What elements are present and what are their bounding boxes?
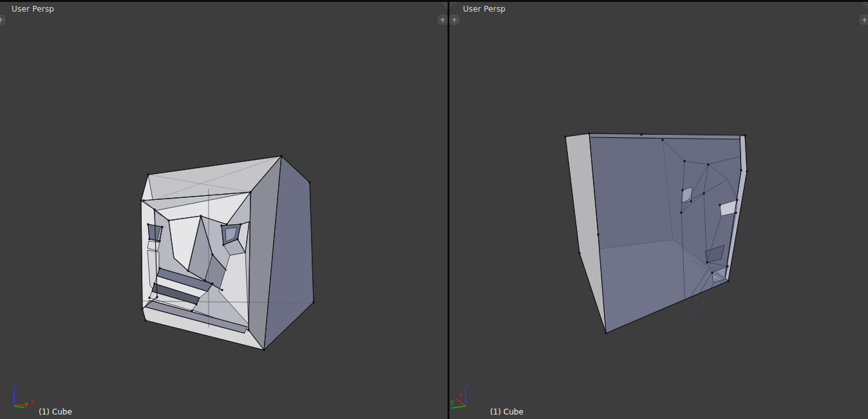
x-axis-label: x [458,391,462,398]
axis-gizmo: z x y [0,377,41,413]
axis-gizmo: z x y [449,377,491,413]
z-axis-label: z [15,380,19,387]
mesh-faces [141,156,314,350]
y-axis-line [451,406,466,408]
viewport-right[interactable]: User Persp + + [449,2,868,419]
y-axis-label: y [24,400,28,407]
mesh-faces [565,133,747,333]
x-axis-label: x [30,398,34,405]
z-axis-label: z [467,380,470,387]
object-name-label: (1) Cube [490,407,524,416]
y-axis-label: y [450,398,454,405]
y-axis-line [14,406,24,407]
x-axis-line [457,399,466,406]
viewport-left[interactable]: User Persp + + [0,2,448,419]
mesh-object-cube-front-view[interactable] [0,2,448,419]
mesh-object-cube-back-view[interactable] [449,2,868,419]
object-name-label: (1) Cube [39,407,72,416]
